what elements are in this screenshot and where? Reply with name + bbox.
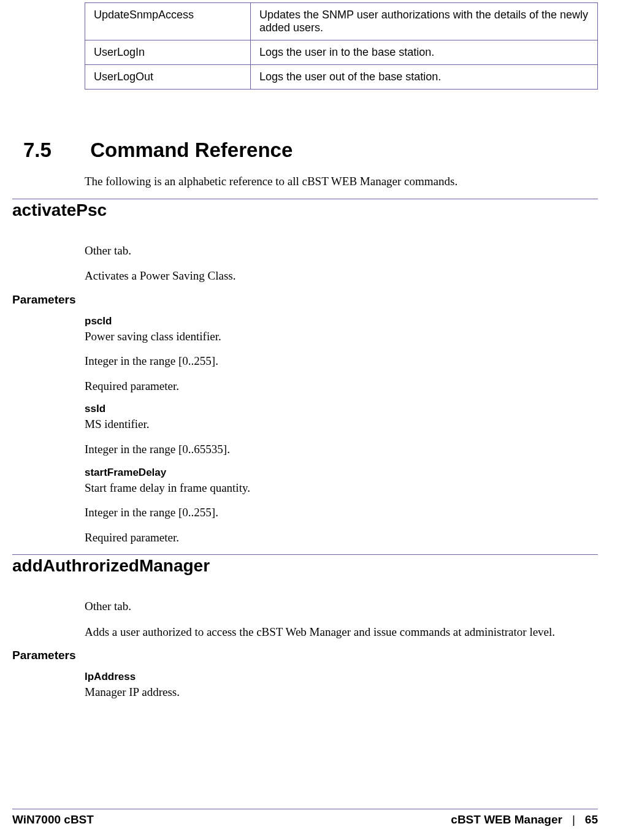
param-range: Integer in the range [0..255].: [85, 505, 598, 521]
table-row: UserLogOut Logs the user out of the base…: [85, 65, 598, 90]
param-name-ipaddress: IpAddress: [85, 671, 598, 683]
cell-desc: Logs the user in to the base station.: [251, 40, 598, 65]
tab-line: Other tab.: [85, 242, 598, 259]
parameters-label: Parameters: [12, 649, 598, 662]
param-desc: Power saving class identifier.: [85, 329, 598, 345]
param-name-pscid: pscId: [85, 315, 598, 327]
cell-desc: Updates the SNMP user authorizations wit…: [251, 3, 598, 40]
content: UpdateSnmpAccess Updates the SNMP user a…: [85, 2, 598, 701]
param-required: Required parameter.: [85, 530, 598, 546]
cell-desc: Logs the user out of the base station.: [251, 65, 598, 90]
command-table: UpdateSnmpAccess Updates the SNMP user a…: [85, 2, 598, 90]
command-desc: Activates a Power Saving Class.: [85, 267, 598, 284]
cell-name: UserLogIn: [85, 40, 251, 65]
section-heading: 7.5 Command Reference: [23, 139, 598, 162]
table-row: UpdateSnmpAccess Updates the SNMP user a…: [85, 3, 598, 40]
param-range: Integer in the range [0..255].: [85, 353, 598, 370]
command-heading-activatepsc: activatePsc: [12, 199, 598, 220]
footer-right-label: cBST WEB Manager: [451, 813, 562, 827]
page: UpdateSnmpAccess Updates the SNMP user a…: [0, 2, 620, 840]
footer: WiN7000 cBST cBST WEB Manager | 65: [12, 809, 598, 827]
param-range: Integer in the range [0..65535].: [85, 441, 598, 458]
section-title: Command Reference: [90, 139, 293, 161]
param-required: Required parameter.: [85, 378, 598, 395]
footer-separator: |: [572, 813, 575, 827]
param-name-ssid: ssId: [85, 403, 598, 415]
command-desc: Adds a user authorized to access the cBS…: [85, 624, 598, 641]
footer-left: WiN7000 cBST: [12, 813, 94, 827]
param-desc: Start frame delay in frame quantity.: [85, 480, 598, 497]
footer-right: cBST WEB Manager | 65: [451, 813, 598, 827]
cell-name: UserLogOut: [85, 65, 251, 90]
table-row: UserLogIn Logs the user in to the base s…: [85, 40, 598, 65]
command-heading-addauthrorizedmanager: addAuthrorizedManager: [12, 554, 598, 576]
param-name-startframedelay: startFrameDelay: [85, 467, 598, 479]
param-desc: Manager IP address.: [85, 684, 598, 701]
cell-name: UpdateSnmpAccess: [85, 3, 251, 40]
param-desc: MS identifier.: [85, 416, 598, 433]
section-intro: The following is an alphabetic reference…: [85, 173, 598, 190]
tab-line: Other tab.: [85, 598, 598, 615]
parameters-label: Parameters: [12, 293, 598, 307]
section-number: 7.5: [23, 139, 85, 162]
footer-page-number: 65: [585, 813, 598, 827]
